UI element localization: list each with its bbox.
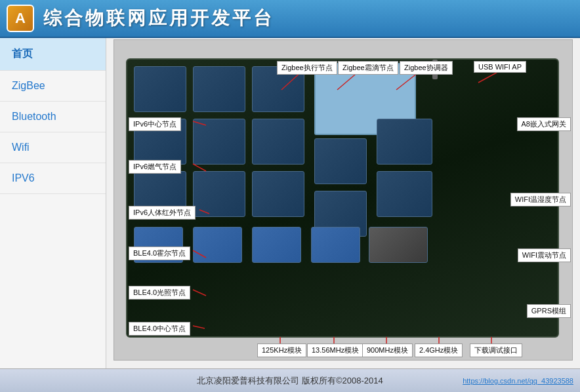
sidebar-item-wifi[interactable]: Wifi <box>0 132 106 163</box>
module-debug <box>369 227 428 263</box>
footer-text: 北京凌阳爱普科技有限公司 版权所有©2008-2014 <box>197 375 383 387</box>
footer: 北京凌阳爱普科技有限公司 版权所有©2008-2014 https://blog… <box>0 368 580 392</box>
module-1356 <box>193 227 242 263</box>
module-ipv6-ir <box>252 119 304 165</box>
sidebar-item-home[interactable]: 首页 <box>0 38 106 71</box>
label-ble-light: BLE4.0光照节点 <box>129 286 190 300</box>
module-zigbee-dew <box>193 66 245 112</box>
sidebar-item-bluetooth[interactable]: Bluetooth <box>0 102 106 132</box>
content-area: Zigbee执行节点 Zigbee霜滴节点 Zigbee协调器 USB WIFI… <box>106 38 580 368</box>
label-900m: 900MHz模块 <box>362 343 413 357</box>
label-wifi-temp: WIFI温湿度节点 <box>510 193 571 206</box>
label-zigbee-dew: Zigbee霜滴节点 <box>338 61 398 75</box>
label-24g: 2.4GHz模块 <box>415 343 463 357</box>
device-diagram: Zigbee执行节点 Zigbee霜滴节点 Zigbee协调器 USB WIFI… <box>114 39 573 361</box>
label-ble-center: BLE4.0中心节点 <box>129 322 190 336</box>
header-title: 综合物联网应用开发平台 <box>43 6 274 31</box>
label-debug: 下载调试接口 <box>470 343 522 357</box>
label-zigbee-exec: Zigbee执行节点 <box>277 61 337 75</box>
module-ipv6-gas <box>193 119 245 165</box>
label-gprs: GPRS模组 <box>527 304 571 318</box>
sidebar-item-ipv6[interactable]: IPV6 <box>0 163 106 194</box>
label-usb-wifi: USB WIFI AP <box>474 61 526 73</box>
label-a8: A8嵌入式网关 <box>517 117 571 131</box>
label-ipv6-ir: IPv6人体红外节点 <box>129 206 196 220</box>
header: A 综合物联网应用开发平台 <box>0 0 580 38</box>
module-ble-light <box>193 171 245 217</box>
module-zigbee-exec <box>134 66 186 112</box>
module-wifi-temp <box>314 138 367 184</box>
module-wifi-vib <box>252 171 304 217</box>
sidebar: 首页 ZigBee Bluetooth Wifi IPV6 <box>0 38 106 368</box>
header-logo: A <box>7 5 34 32</box>
module-a8 <box>377 119 432 165</box>
module-2 <box>377 171 432 217</box>
label-ipv6-gas: IPv6燃气节点 <box>129 160 181 174</box>
pcb-board <box>126 58 559 338</box>
footer-link[interactable]: https://blog.csdn.net/qq_43923588 <box>463 377 573 385</box>
label-zigbee-coord: Zigbee协调器 <box>400 61 453 75</box>
label-ble-hall: BLE4.0霍尔节点 <box>129 246 190 260</box>
label-ipv6-center: IPv6中心节点 <box>129 117 181 131</box>
sidebar-item-zigbee[interactable]: ZigBee <box>0 71 106 102</box>
module-24g <box>311 227 360 263</box>
module-900m <box>252 227 301 263</box>
label-125k: 125KHz模块 <box>257 343 306 357</box>
main-layout: 首页 ZigBee Bluetooth Wifi IPV6 <box>0 38 580 368</box>
label-wifi-vib: WIFI震动节点 <box>518 248 571 262</box>
label-1356: 13.56MHz模块 <box>307 343 363 357</box>
